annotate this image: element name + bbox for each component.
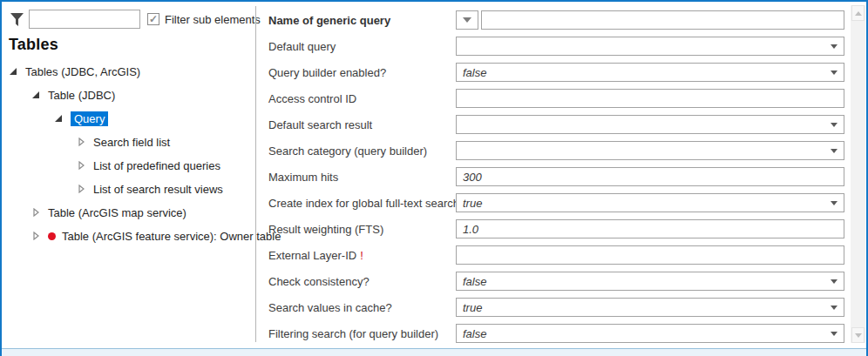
field-label: Access control ID <box>268 92 456 105</box>
tree-item-label: List of predefined queries <box>93 159 220 172</box>
form-row-query-builder-enabled: Query builder enabled? <box>256 59 850 85</box>
form-row-name-of-generic-query: Name of generic query <box>256 7 850 33</box>
filtering-search-combobox[interactable] <box>456 324 844 343</box>
tree-item-label: Tables (JDBC, ArcGIS) <box>25 65 140 78</box>
collapsed-icon[interactable] <box>77 138 85 146</box>
combobox-value[interactable] <box>456 115 844 134</box>
chevron-down-icon <box>831 306 837 310</box>
field-control <box>456 324 844 343</box>
combobox-value[interactable] <box>456 193 844 212</box>
field-control <box>456 141 844 160</box>
chevron-down-icon <box>831 71 837 75</box>
check-consistency-combobox[interactable] <box>456 272 844 291</box>
field-label: Check consistency? <box>268 275 456 288</box>
field-label: Search values in cache? <box>268 301 456 314</box>
collapsed-icon[interactable] <box>31 208 40 217</box>
form-row-result-weighting: Result weighting (FTS) <box>256 216 850 242</box>
scroll-down-button[interactable] <box>851 327 865 343</box>
tables-tree: Tables (JDBC, ArcGIS) Table (JDBC) Query… <box>9 64 254 244</box>
combobox-value[interactable] <box>456 298 844 317</box>
filter-sub-elements-checkbox[interactable]: ✓ <box>147 13 159 25</box>
field-label-text: Check consistency? <box>268 275 370 288</box>
error-dot-icon <box>48 232 56 240</box>
field-label-text: Result weighting (FTS) <box>268 223 383 236</box>
tree-item-search-result-views[interactable]: List of search result views <box>9 181 254 197</box>
panel-title: Tables <box>9 36 254 54</box>
collapsed-icon[interactable] <box>77 161 85 170</box>
chevron-down-icon <box>831 44 837 49</box>
tree-item-table-jdbc[interactable]: Table (JDBC) <box>9 87 254 103</box>
field-label: External Layer-ID! <box>268 249 456 262</box>
field-label-text: Filtering search (for query builder) <box>268 327 438 340</box>
scroll-up-button[interactable] <box>851 5 865 21</box>
field-label-text: Create index for global full-text search… <box>268 197 465 210</box>
arrow-down-icon <box>855 333 862 338</box>
tree-item-label: Table (ArcGIS feature service): Owner ta… <box>62 230 281 243</box>
tree-item-label: List of search result views <box>93 183 223 196</box>
search-category-combobox[interactable] <box>456 141 844 160</box>
field-control <box>456 10 844 30</box>
chevron-down-icon <box>831 201 837 205</box>
field-control <box>456 298 844 317</box>
chevron-down-icon <box>831 279 837 284</box>
field-label-text: Access control ID <box>268 92 356 105</box>
tree-item-search-field-list[interactable]: Search field list <box>9 134 254 150</box>
name-dropdown-button[interactable] <box>456 10 478 30</box>
field-label: Name of generic query <box>268 14 456 27</box>
field-label: Filtering search (for query builder) <box>268 327 456 340</box>
access-control-id-input[interactable] <box>456 89 844 108</box>
form-row-maximum-hits: Maximum hits <box>256 164 850 190</box>
tree-item-table-arcgis-feature[interactable]: Table (ArcGIS feature service): Owner ta… <box>9 228 254 244</box>
field-label: Maximum hits <box>268 171 456 184</box>
tree-item-label: Table (ArcGIS map service) <box>48 206 186 219</box>
form-row-access-control-id: Access control ID <box>256 85 850 111</box>
expanded-icon[interactable] <box>9 67 17 76</box>
collapsed-icon[interactable] <box>77 185 85 193</box>
tree-item-label: Search field list <box>93 136 170 149</box>
query-properties-form: Name of generic query Default query <box>256 2 850 346</box>
field-label-text: Search values in cache? <box>268 301 392 314</box>
field-label: Result weighting (FTS) <box>268 223 456 236</box>
result-weighting-input[interactable] <box>456 219 844 238</box>
vertical-scrollbar[interactable] <box>851 5 865 343</box>
external-layer-id-input[interactable] <box>456 245 844 265</box>
search-values-cache-combobox[interactable] <box>456 298 844 317</box>
field-label-text: Query builder enabled? <box>268 66 386 79</box>
tree-item-table-arcgis-map[interactable]: Table (ArcGIS map service) <box>9 205 254 220</box>
name-of-generic-query-input[interactable] <box>481 10 844 30</box>
field-label-text: Maximum hits <box>268 171 338 184</box>
combobox-value[interactable] <box>456 141 844 160</box>
field-control <box>456 37 844 56</box>
combobox-value[interactable] <box>456 63 844 82</box>
combobox-value[interactable] <box>456 37 844 56</box>
tree-item-query[interactable]: Query <box>9 111 254 126</box>
field-control <box>456 63 844 82</box>
form-row-filtering-search: Filtering search (for query builder) <box>256 320 850 346</box>
form-row-default-query: Default query <box>256 33 850 59</box>
warning-exclamation-icon: ! <box>360 249 363 262</box>
chevron-down-icon <box>831 123 837 127</box>
form-row-external-layer-id: External Layer-ID! <box>256 242 850 268</box>
default-query-combobox[interactable] <box>456 37 844 56</box>
field-control <box>456 245 844 265</box>
tree-item-predefined-queries[interactable]: List of predefined queries <box>9 158 254 173</box>
query-builder-enabled-combobox[interactable] <box>456 63 844 82</box>
expanded-icon[interactable] <box>54 114 63 123</box>
field-label: Default search result <box>268 118 456 131</box>
default-search-result-combobox[interactable] <box>456 115 844 134</box>
combobox-value[interactable] <box>456 272 844 291</box>
tree-item-tables-root[interactable]: Tables (JDBC, ArcGIS) <box>9 64 254 79</box>
field-control <box>456 167 844 186</box>
combobox-value[interactable] <box>456 324 844 343</box>
tree-item-label: Table (JDBC) <box>48 89 115 102</box>
field-label-text: Default search result <box>268 118 372 131</box>
dropdown-arrow-icon <box>463 17 471 23</box>
collapsed-icon[interactable] <box>31 232 40 240</box>
field-control <box>456 115 844 134</box>
maximum-hits-input[interactable] <box>456 167 844 186</box>
tables-tree-panel: ✓ Filter sub elements Tables Tables (JDB… <box>2 2 254 252</box>
expanded-icon[interactable] <box>31 91 40 99</box>
create-index-combobox[interactable] <box>456 193 844 212</box>
filter-input[interactable] <box>29 10 140 29</box>
tree-item-label-selected: Query <box>71 111 108 126</box>
